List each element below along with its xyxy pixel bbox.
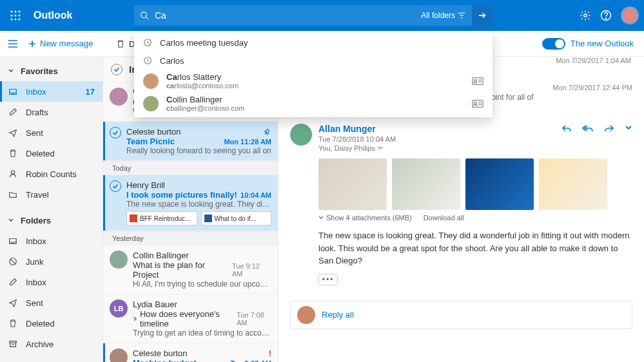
conversation-date: Mon 7/28/2017 1:04 AM — [556, 57, 631, 64]
show-attachments-link[interactable]: Show 4 attachments (6MB) — [318, 214, 412, 222]
more-actions-button[interactable] — [625, 124, 632, 152]
attachment-chip[interactable]: BFF Reintroduc... — [126, 211, 197, 225]
sender-avatar — [110, 251, 128, 269]
sender-avatar — [110, 88, 128, 106]
plus-icon — [28, 40, 36, 48]
chevron-right-icon — [133, 316, 137, 321]
attachment-thumbnail[interactable] — [465, 158, 534, 210]
favorites-section-header[interactable]: Favorites — [0, 61, 102, 81]
svg-rect-22 — [10, 341, 17, 343]
sender-name: Allan Munger — [318, 124, 555, 134]
reply-box[interactable]: Reply all — [290, 301, 632, 329]
history-icon — [143, 56, 152, 65]
suggestion-person[interactable]: Collin Ballinger cballinger@contoso.com — [134, 92, 493, 115]
settings-button[interactable] — [580, 10, 591, 21]
attachment-thumbnail[interactable] — [539, 158, 607, 210]
date-group-today: Today — [103, 161, 278, 175]
message-row[interactable]: Collin Ballinger What is the plan for Pr… — [103, 245, 278, 294]
message-row[interactable]: Celeste burton! Machine budgetTue 6:27 A… — [103, 343, 278, 362]
sent-icon — [8, 128, 18, 137]
svg-point-20 — [11, 171, 14, 174]
contact-card-icon[interactable] — [472, 99, 483, 108]
inbox-icon — [8, 87, 18, 96]
gear-icon — [580, 10, 591, 21]
sidebar-item-deleted[interactable]: Deleted — [0, 313, 102, 334]
suggestion-person[interactable]: Carlos Slattery carlosla@contoso.com — [134, 70, 493, 92]
attachment-thumbnail[interactable] — [392, 158, 460, 210]
pin-icon[interactable] — [264, 128, 271, 136]
reply-all-button[interactable] — [582, 124, 594, 152]
reply-button[interactable] — [561, 124, 572, 152]
forward-button[interactable] — [604, 124, 614, 152]
person-avatar — [143, 73, 159, 89]
select-all-checkbox[interactable] — [111, 64, 122, 75]
svg-point-2 — [19, 11, 21, 13]
message-row[interactable]: LB Lydia Bauer How does everyone's timel… — [103, 294, 278, 343]
search-scope-dropdown[interactable]: All folders — [421, 11, 469, 20]
chevron-down-icon — [8, 217, 14, 224]
nav-toggle-button[interactable] — [0, 39, 26, 48]
user-avatar[interactable] — [621, 6, 639, 24]
date-group-yesterday: Yesterday — [103, 231, 278, 245]
draft-icon — [8, 278, 18, 287]
trash-icon — [116, 39, 125, 48]
sidebar-item-archive[interactable]: Archive — [0, 334, 102, 354]
message-timestamp: Tue 7/28/2018 10:04 AM — [318, 135, 555, 143]
message-actions — [561, 124, 632, 152]
trash-icon — [8, 149, 18, 158]
chevron-down-icon — [318, 215, 324, 220]
conversation-item-expanded: Allan Munger Tue 7/28/2018 10:04 AM You,… — [290, 124, 632, 152]
svg-point-19 — [474, 102, 477, 104]
draft-icon — [8, 108, 18, 117]
sidebar-item-person[interactable]: Robin Counts — [0, 164, 102, 184]
message-row[interactable]: Celeste burton Team PicnicMon 11:28 AM R… — [103, 122, 278, 161]
new-message-button[interactable]: New message — [26, 39, 93, 48]
suggestion-recent[interactable]: Carlos meeting tuesday — [134, 33, 493, 52]
help-button[interactable] — [600, 10, 612, 21]
chevron-down-icon[interactable] — [378, 146, 383, 151]
sidebar-item-drafts[interactable]: Drafts — [0, 102, 102, 122]
search-input[interactable] — [155, 10, 421, 21]
attachment-thumbnail[interactable] — [318, 158, 387, 210]
toggle-switch[interactable] — [542, 38, 565, 50]
search-box[interactable]: All folders — [134, 5, 493, 26]
suggestion-recent[interactable]: Carlos — [134, 52, 493, 70]
filter-icon — [458, 12, 465, 19]
help-icon — [600, 10, 612, 21]
trash-icon — [8, 319, 18, 328]
inbox-icon — [8, 236, 18, 245]
message-checkbox[interactable] — [110, 180, 121, 192]
sidebar-item-sent[interactable]: Sent — [0, 122, 102, 143]
app-name: Outlook — [31, 10, 72, 21]
sidebar-item-deleted[interactable]: Deleted — [0, 143, 102, 164]
folder-sidebar: Favorites Inbox 17 Drafts Sent Deleted R… — [0, 57, 103, 362]
email-body: The new space is looking great. They did… — [318, 229, 632, 267]
download-all-link[interactable]: Download all — [424, 214, 464, 222]
expand-quoted-button[interactable]: ••• — [318, 274, 338, 285]
reply-all-link[interactable]: Reply all — [322, 310, 354, 319]
message-row[interactable]: Henry Brill I took some pictures finally… — [103, 175, 278, 231]
app-launcher-button[interactable] — [0, 0, 31, 31]
sidebar-item-inbox[interactable]: Inbox — [0, 231, 102, 251]
importance-flag-icon: ! — [269, 348, 271, 358]
attachment-chip[interactable]: What to do if... — [201, 211, 272, 225]
junk-icon — [8, 257, 18, 266]
svg-point-4 — [15, 15, 17, 17]
contact-card-icon[interactable] — [472, 77, 483, 86]
new-outlook-toggle[interactable]: The new Outlook — [542, 38, 634, 50]
svg-point-6 — [11, 19, 13, 21]
svg-point-17 — [474, 79, 477, 82]
sidebar-item-junk[interactable]: Junk — [0, 251, 102, 272]
search-submit-button[interactable] — [472, 5, 493, 26]
message-checkbox[interactable] — [110, 127, 121, 138]
attachment-thumbnails — [318, 158, 632, 210]
recipients: You, Daisy Philips — [318, 144, 375, 152]
sidebar-item-travel[interactable]: Travel — [0, 184, 102, 205]
sidebar-item-sent[interactable]: Sent — [0, 292, 102, 313]
sender-avatar — [290, 124, 312, 146]
svg-point-7 — [15, 19, 17, 21]
sidebar-item-travel[interactable]: Travel — [0, 354, 102, 362]
sidebar-item-drafts[interactable]: Inbox — [0, 272, 102, 292]
sidebar-item-inbox[interactable]: Inbox 17 — [0, 81, 102, 102]
folders-section-header[interactable]: Folders — [0, 210, 102, 231]
